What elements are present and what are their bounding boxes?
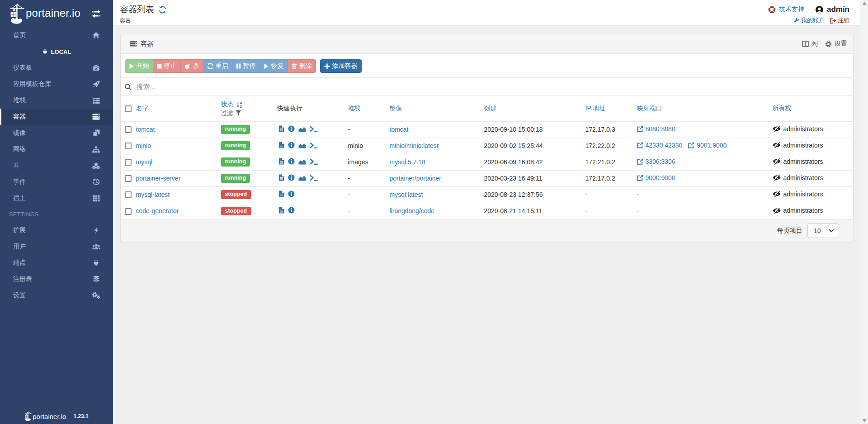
inspect-icon[interactable]: [288, 207, 295, 214]
endpoint-switch-icon[interactable]: [91, 10, 101, 18]
image-link[interactable]: mysql:5.7.18: [390, 158, 425, 166]
row-checkbox[interactable]: [125, 208, 132, 215]
logs-icon[interactable]: [278, 158, 284, 165]
stop-button[interactable]: 停止: [153, 59, 181, 73]
inspect-icon[interactable]: [288, 142, 295, 148]
sidebar-item-events[interactable]: 事件: [0, 174, 113, 190]
container-name-link[interactable]: mysql-latest: [136, 191, 170, 198]
logs-icon[interactable]: [278, 142, 284, 148]
published-port[interactable]: 9001:9000: [688, 142, 726, 149]
user-menu[interactable]: admin: [815, 5, 849, 14]
external-link-icon: [688, 142, 694, 148]
image-link[interactable]: mysql:latest: [390, 191, 423, 198]
resume-button[interactable]: 恢复: [259, 59, 288, 73]
container-name-link[interactable]: code-generator: [136, 207, 179, 214]
inspect-icon[interactable]: [288, 158, 295, 165]
console-icon[interactable]: [310, 158, 318, 165]
column-header-ownership[interactable]: 所有权: [773, 96, 854, 121]
table-row: portainer-server running - portainer/por…: [121, 170, 854, 186]
row-checkbox[interactable]: [125, 191, 132, 198]
stats-icon[interactable]: [298, 158, 306, 165]
image-link[interactable]: lirongdong/code: [390, 207, 435, 214]
scrollbar-down-arrow[interactable]: [862, 419, 867, 422]
container-name-link[interactable]: tomcat: [136, 126, 155, 133]
image-link[interactable]: tomcat: [390, 126, 409, 133]
sidebar-item-home[interactable]: 首页: [0, 27, 113, 43]
status-badge: running: [221, 157, 250, 167]
sidebar-endpoint-local[interactable]: LOCAL: [0, 43, 113, 60]
sidebar-item-app-templates[interactable]: 应用模板仓库: [0, 76, 113, 92]
row-checkbox[interactable]: [125, 175, 132, 182]
column-header-stack[interactable]: 堆栈: [348, 96, 390, 121]
container-name-link[interactable]: minio: [136, 142, 151, 149]
inspect-icon[interactable]: [288, 191, 295, 197]
console-icon[interactable]: [310, 126, 318, 132]
pause-button[interactable]: 暂停: [232, 59, 260, 73]
sidebar-item-networks[interactable]: 网络: [0, 141, 113, 157]
sidebar-item-settings[interactable]: 设置: [0, 287, 113, 304]
start-button[interactable]: 开始: [125, 59, 153, 73]
inspect-icon[interactable]: [288, 174, 295, 181]
sidebar-item-registries[interactable]: 注册表: [0, 271, 113, 287]
remove-button[interactable]: 删除: [288, 59, 316, 73]
sidebar-item-volumes[interactable]: 卷: [0, 157, 113, 174]
stats-icon[interactable]: [298, 142, 306, 148]
published-port[interactable]: 8080:8080: [637, 125, 675, 133]
sidebar-item-endpoints[interactable]: 端点: [0, 255, 113, 271]
kill-button[interactable]: 杀: [180, 59, 203, 73]
eye-slash-icon: [773, 191, 781, 197]
column-header-ports[interactable]: 映射端口: [637, 96, 773, 121]
scrollbar-up-arrow[interactable]: [862, 2, 867, 5]
console-icon[interactable]: [310, 142, 318, 148]
play-icon: [129, 63, 134, 69]
logs-icon[interactable]: [278, 191, 284, 197]
column-header-name[interactable]: 名字: [136, 96, 221, 121]
published-port[interactable]: 9000:9000: [637, 174, 675, 181]
state-sort-link[interactable]: 状态: [221, 100, 234, 109]
column-header-quick-actions: 快速执行: [277, 96, 348, 121]
inspect-icon[interactable]: [288, 125, 295, 132]
stats-icon[interactable]: [298, 126, 306, 132]
table-settings-button[interactable]: 设置: [825, 40, 847, 48]
add-container-button[interactable]: 添加容器: [320, 59, 362, 73]
image-link[interactable]: portainer/portainer: [390, 175, 441, 182]
console-icon[interactable]: [310, 175, 318, 181]
published-port[interactable]: 42330:42330: [637, 142, 683, 149]
column-header-image[interactable]: 镜像: [390, 96, 484, 121]
my-account-link[interactable]: 我的账户: [793, 16, 825, 24]
row-checkbox[interactable]: [125, 143, 132, 149]
items-per-page-select[interactable]: 10: [807, 223, 839, 238]
row-checkbox[interactable]: [125, 159, 132, 166]
sidebar-item-containers[interactable]: 容器: [0, 109, 113, 125]
page-scrollbar[interactable]: [860, 0, 868, 424]
search-input[interactable]: [137, 83, 849, 91]
logs-icon[interactable]: [278, 125, 284, 132]
status-badge: running: [221, 141, 250, 150]
select-all-checkbox[interactable]: [125, 105, 132, 112]
container-name-link[interactable]: portainer-server: [136, 175, 181, 182]
footer-version: 1.23.1: [73, 413, 88, 419]
logs-icon[interactable]: [278, 207, 284, 214]
logs-icon[interactable]: [278, 174, 284, 181]
sidebar-item-dashboard[interactable]: 仪表板: [0, 60, 113, 76]
sidebar-item-users[interactable]: 用户: [0, 238, 113, 255]
sidebar-item-extensions[interactable]: 扩展: [0, 222, 113, 238]
column-header-ip[interactable]: IP 地址: [585, 96, 637, 121]
filter-label[interactable]: 过滤: [221, 109, 233, 117]
refresh-icon[interactable]: [159, 6, 166, 14]
status-badge: running: [221, 174, 250, 183]
column-header-state: 状态 AZ 过滤: [221, 96, 277, 121]
sidebar-item-stacks[interactable]: 堆栈: [0, 92, 113, 109]
sidebar-item-host[interactable]: 宿主: [0, 190, 113, 206]
row-checkbox[interactable]: [125, 126, 132, 133]
logout-link[interactable]: 注销: [830, 16, 849, 24]
image-link[interactable]: minio/minio:latest: [390, 142, 439, 149]
columns-button[interactable]: 列: [802, 40, 818, 48]
stats-icon[interactable]: [298, 175, 306, 181]
restart-button[interactable]: 重启: [203, 59, 232, 73]
sidebar-item-images[interactable]: 镜像: [0, 125, 113, 141]
support-link[interactable]: 技术支持: [768, 5, 804, 14]
published-port[interactable]: 3306:3306: [637, 158, 675, 165]
container-name-link[interactable]: mysql: [136, 158, 153, 166]
column-header-created[interactable]: 创建: [484, 96, 585, 121]
